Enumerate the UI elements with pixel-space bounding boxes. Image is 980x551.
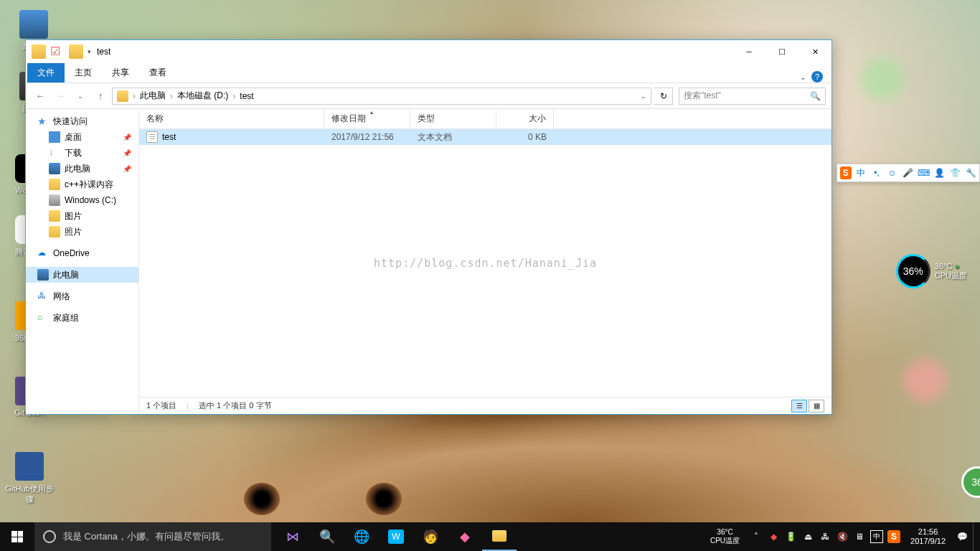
tray-volume-icon[interactable]: 🔇: [836, 530, 849, 543]
taskbar-chrome[interactable]: 🌐: [344, 522, 379, 551]
ime-keyboard-icon[interactable]: ⌨: [918, 166, 930, 179]
tray-sogou-icon[interactable]: S: [887, 530, 900, 543]
sidebar-quick-access[interactable]: ★ 快速访问: [26, 113, 138, 129]
refresh-button[interactable]: ↻: [654, 88, 673, 105]
cpu-temp-widget[interactable]: 36% 36°C ● CPU温度: [896, 254, 967, 288]
tray-shield-icon[interactable]: ◆: [767, 530, 780, 543]
properties-icon[interactable]: ☑: [50, 44, 65, 59]
sort-indicator-icon: ▴: [370, 109, 373, 116]
taskbar-file-explorer[interactable]: [482, 522, 517, 551]
maximize-button[interactable]: ☐: [765, 40, 798, 63]
homegroup-icon: ⌂: [37, 312, 49, 324]
start-button[interactable]: [0, 522, 34, 551]
ime-mic-icon[interactable]: 🎤: [903, 166, 914, 179]
back-button[interactable]: ←: [32, 88, 49, 105]
ime-settings-icon[interactable]: 🔧: [965, 166, 976, 179]
forward-button[interactable]: →: [52, 88, 69, 105]
new-folder-icon[interactable]: [69, 44, 83, 59]
sidebar-item[interactable]: 图片: [26, 208, 138, 224]
breadcrumb-disk-d[interactable]: 本地磁盘 (D:): [177, 90, 228, 102]
sidebar-item[interactable]: 照片: [26, 224, 138, 240]
breadcrumb-test[interactable]: test: [240, 91, 253, 101]
pin-icon: 📌: [123, 133, 131, 141]
close-button[interactable]: ✕: [798, 40, 831, 63]
up-button[interactable]: ↑: [92, 88, 109, 105]
tab-file[interactable]: 文件: [27, 63, 65, 83]
nav-icon: [49, 131, 60, 143]
tab-share[interactable]: 共享: [102, 63, 139, 83]
sogou-icon[interactable]: S: [840, 166, 852, 179]
status-bar: 1 个项目 | 选中 1 个项目 0 字节 ☰ ▦: [139, 397, 831, 414]
taskbar-visual-studio[interactable]: ⋈: [275, 522, 310, 551]
ime-emoji-icon[interactable]: ☺: [887, 166, 898, 179]
tray-temp-widget[interactable]: 36°C CPU温度: [710, 528, 740, 545]
file-list[interactable]: test2017/9/12 21:56文本文档0 KB http://blog.…: [139, 129, 831, 397]
breadcrumb-thispc[interactable]: 此电脑: [140, 90, 166, 102]
sidebar-homegroup[interactable]: ⌂ 家庭组: [26, 310, 138, 326]
titlebar[interactable]: ☑ ▾ test ─ ☐ ✕: [26, 40, 831, 63]
tray-monitor-icon[interactable]: 🖥: [853, 530, 866, 543]
item-count: 1 个项目: [146, 400, 176, 411]
ime-toolbar[interactable]: S 中 •, ☺ 🎤 ⌨ 👤 👕 🔧: [837, 164, 980, 182]
sidebar-item[interactable]: 此电脑📌: [26, 161, 138, 176]
sidebar-network[interactable]: 🖧 网络: [26, 288, 138, 304]
taskbar: 我是 Cortana，小娜。有问题尽管问我。 ⋈ 🔍 🌐 W 🧑 ◆ 36°C …: [0, 522, 980, 551]
address-dropdown-icon[interactable]: ⌄: [641, 93, 646, 100]
tab-view[interactable]: 查看: [139, 63, 176, 83]
sidebar-item[interactable]: 桌面📌: [26, 129, 138, 145]
nav-icon: [49, 210, 60, 222]
window-title: test: [97, 47, 110, 57]
tray-eject-icon[interactable]: ⏏: [801, 530, 814, 543]
address-bar[interactable]: › 此电脑 › 本地磁盘 (D:) › test ⌄: [112, 88, 651, 105]
taskbar-app-diamond[interactable]: ◆: [448, 522, 482, 551]
star-icon: ★: [37, 116, 49, 127]
ime-punct-icon[interactable]: •,: [871, 166, 882, 179]
tab-home[interactable]: 主页: [65, 63, 102, 83]
column-type[interactable]: 类型: [410, 109, 496, 128]
show-desktop-button[interactable]: [973, 522, 977, 551]
taskbar-everything[interactable]: 🔍: [310, 522, 344, 551]
sidebar-item[interactable]: ↓下载📌: [26, 145, 138, 161]
sidebar-item[interactable]: c++补课内容: [26, 176, 138, 192]
search-input[interactable]: 搜索"test" 🔍: [679, 88, 826, 105]
watermark-text: http://blog.csdn.net/Hanani_Jia: [374, 257, 597, 270]
quick-access-toolbar: ☑ ▾: [32, 44, 91, 59]
tray-overflow-icon[interactable]: ˄: [750, 530, 763, 543]
tray-ime-zhong[interactable]: 中: [870, 530, 883, 543]
nav-icon: [49, 226, 60, 237]
column-size[interactable]: 大小: [496, 109, 554, 128]
system-tray: 36°C CPU温度 ˄ ◆ 🔋 ⏏ 🖧 🔇 🖥 中 S 21:56 2017/…: [710, 522, 980, 551]
cpu-ring: 36%: [896, 254, 930, 288]
minimize-button[interactable]: ─: [732, 40, 765, 63]
ime-zhong-icon[interactable]: 中: [856, 166, 867, 179]
cortana-icon: [43, 530, 56, 543]
sidebar-item[interactable]: Windows (C:): [26, 192, 138, 208]
taskbar-app-avatar[interactable]: 🧑: [413, 522, 448, 551]
column-name[interactable]: 名称: [139, 109, 324, 128]
column-date[interactable]: 修改日期: [324, 109, 410, 128]
icons-view-button[interactable]: ▦: [809, 400, 824, 413]
pc-icon: [19, 10, 48, 39]
nav-icon: [49, 179, 60, 190]
sidebar-onedrive[interactable]: ☁ OneDrive: [26, 245, 138, 261]
cortana-search[interactable]: 我是 Cortana，小娜。有问题尽管问我。: [34, 522, 271, 551]
taskbar-clock[interactable]: 21:56 2017/9/12: [905, 527, 951, 546]
file-row[interactable]: test2017/9/12 21:56文本文档0 KB: [139, 129, 831, 145]
help-icon[interactable]: ?: [811, 71, 823, 83]
action-center-icon[interactable]: 💬: [956, 530, 969, 543]
desktop-icon-docx[interactable]: GitHub使用步骤: [3, 452, 56, 505]
pin-icon: 📌: [123, 165, 131, 173]
recent-locations-icon[interactable]: ⌄: [72, 88, 89, 105]
network-icon: 🖧: [37, 291, 49, 302]
ime-skin-icon[interactable]: 👕: [950, 166, 961, 179]
tray-battery-icon[interactable]: 🔋: [784, 530, 797, 543]
ribbon-expand-icon[interactable]: ⌄: [800, 73, 806, 81]
qat-dropdown-icon[interactable]: ▾: [88, 48, 91, 55]
ribbon-tabs: 文件 主页 共享 查看 ⌄ ?: [26, 63, 831, 83]
taskbar-app-blue[interactable]: W: [379, 522, 413, 551]
sidebar-this-pc[interactable]: 此电脑: [26, 267, 138, 283]
details-view-button[interactable]: ☰: [791, 400, 807, 413]
ime-user-icon[interactable]: 👤: [934, 166, 946, 179]
search-icon[interactable]: 🔍: [810, 91, 821, 101]
tray-network-icon[interactable]: 🖧: [819, 530, 831, 543]
